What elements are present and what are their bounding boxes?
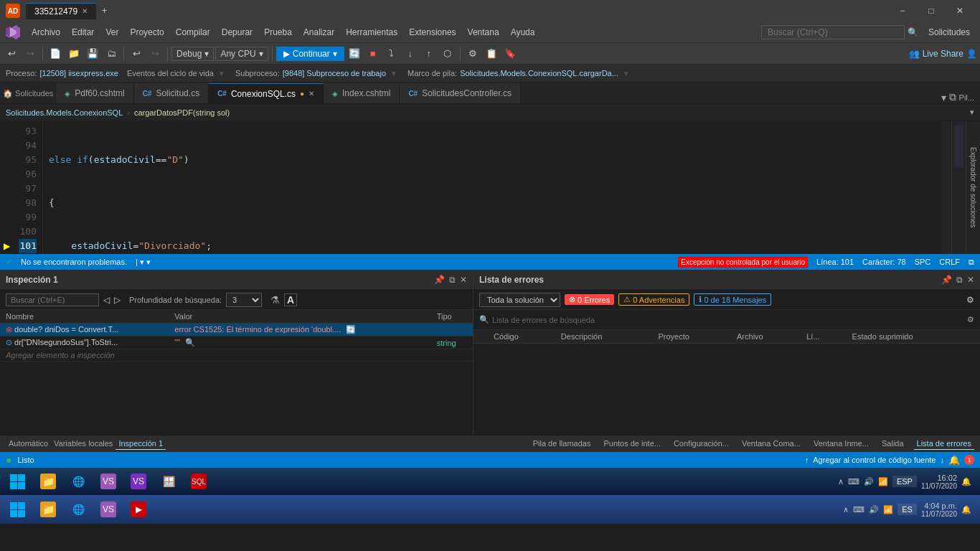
undo-btn[interactable]: ↩ xyxy=(128,45,145,62)
taskbar-chrome[interactable]: 🌐 xyxy=(65,469,92,494)
inspect-row-0[interactable]: ⊗ double? dniDos = Convert.T... error CS… xyxy=(0,324,473,336)
menu-proyecto[interactable]: Proyecto xyxy=(124,24,169,40)
taskbar2-vs[interactable]: VS xyxy=(95,497,122,522)
taskbar-arrow-up-icon[interactable]: ∧ xyxy=(838,477,844,486)
menu-prueba[interactable]: Prueba xyxy=(258,24,298,40)
filter-icon[interactable]: ⚗ xyxy=(270,294,280,306)
pin-icon-error[interactable]: 📌 xyxy=(941,275,952,285)
taskbar-vs2[interactable]: VS xyxy=(125,469,152,494)
error-badge[interactable]: ⊗ 0 Errores xyxy=(565,294,614,305)
taskbar2-folder[interactable]: 📁 xyxy=(34,497,62,522)
solution-explorer-toggle[interactable]: 🏠 Solicitudes xyxy=(0,83,56,103)
taskbar-vs[interactable]: VS xyxy=(95,469,122,494)
toolbar-extra3[interactable]: 🔖 xyxy=(501,45,519,62)
cpu-mode-dropdown[interactable]: Any CPU ▾ xyxy=(215,47,268,61)
tab-pdf60[interactable]: ◈ Pdf60.cshtml xyxy=(56,83,133,103)
tabs-chevron-down[interactable]: ▾ xyxy=(941,92,946,103)
add-inspect-label[interactable]: Agregar elemento a inspección xyxy=(0,349,473,362)
solution-explorer-panel[interactable]: Explorador de soluciones xyxy=(966,121,980,254)
step-out-btn[interactable]: ↑ xyxy=(420,45,438,62)
info-badge[interactable]: ℹ 0 de 18 Mensajes xyxy=(694,293,771,306)
breadcrumb-close[interactable]: ▾ xyxy=(970,108,974,117)
taskbar2-notif-btn[interactable]: 🔔 xyxy=(961,505,971,514)
btab-inspeccion[interactable]: Inspección 1 xyxy=(116,438,166,450)
menu-ventana[interactable]: Ventana xyxy=(462,24,505,40)
tab-index[interactable]: ◈ Index.cshtml xyxy=(324,83,400,103)
new-project-btn[interactable]: 📄 xyxy=(47,45,64,62)
taskbar2-arrow-up-icon[interactable]: ∧ xyxy=(843,505,849,514)
restart-btn[interactable]: 🔄 xyxy=(346,45,363,62)
tab-add-btn[interactable]: + xyxy=(96,3,113,19)
live-share-btn[interactable]: 👥 Live Share 👤 xyxy=(909,49,977,59)
btab-puntos[interactable]: Puntos de inte... xyxy=(600,438,664,450)
minimap[interactable] xyxy=(951,121,966,254)
menu-herramientas[interactable]: Herramientas xyxy=(340,24,403,40)
close-btn[interactable]: ✕ xyxy=(946,0,974,22)
step-in-btn[interactable]: ↓ xyxy=(402,45,419,62)
taskbar2-red[interactable]: ▶ xyxy=(125,497,152,522)
nav-back-btn[interactable]: ↩ xyxy=(3,45,20,62)
debug-mode-dropdown[interactable]: Debug ▾ xyxy=(171,47,214,61)
btab-pila[interactable]: Pila de llamadas xyxy=(530,438,594,450)
notif-icon[interactable]: 🔔 xyxy=(948,455,960,466)
btab-automatico[interactable]: Automático xyxy=(6,438,51,450)
btab-lista[interactable]: Lista de errores xyxy=(914,438,974,450)
pin-icon[interactable]: 📌 xyxy=(434,275,445,285)
tabs-collapse[interactable]: ⧉ xyxy=(949,91,956,103)
toolbar-extra2[interactable]: 📋 xyxy=(483,45,500,62)
solicitudes-btn[interactable]: Solicitudes xyxy=(921,24,977,40)
menu-editar[interactable]: Editar xyxy=(66,24,100,40)
continue-btn[interactable]: ▶ Continuar ▾ xyxy=(276,47,344,61)
btab-salida[interactable]: Salida xyxy=(879,438,907,450)
minimize-btn[interactable]: − xyxy=(888,0,917,22)
anydesk-tab[interactable]: 335212479 ✕ xyxy=(26,3,96,19)
breadcrumb-method[interactable]: cargarDatosPDF(string sol) xyxy=(134,108,230,117)
panel-close-icon[interactable]: ✕ xyxy=(460,275,467,285)
source-control-label[interactable]: Agregar al control de código fuente xyxy=(813,456,936,464)
save-all-btn[interactable]: 🗂 xyxy=(103,45,120,62)
code-content[interactable]: else if (estadoCivil == "D") { estadoCiv… xyxy=(43,121,941,254)
breadcrumb-namespace[interactable]: Solicitudes.Models.ConexionSQL xyxy=(6,108,123,117)
tab-conexionsql-close[interactable]: ✕ xyxy=(308,90,314,98)
taskbar-notif-btn[interactable]: 🔔 xyxy=(961,477,971,486)
tab-close-btn[interactable]: ✕ xyxy=(82,7,88,15)
maximize-btn[interactable]: □ xyxy=(917,0,946,22)
inspection-search-input[interactable] xyxy=(6,293,99,306)
editor-scrollbar-v[interactable] xyxy=(941,121,951,254)
menu-ayuda[interactable]: Ayuda xyxy=(505,24,541,40)
btab-config[interactable]: Configuración... xyxy=(671,438,732,450)
depth-select[interactable]: 3 1 2 4 5 xyxy=(226,293,262,307)
start-btn[interactable] xyxy=(3,468,32,494)
menu-analizar[interactable]: Analizar xyxy=(298,24,340,40)
panel-float-icon[interactable]: ⧉ xyxy=(449,275,456,285)
open-btn[interactable]: 📁 xyxy=(65,45,83,62)
inspect-add-row[interactable]: Agregar elemento a inspección xyxy=(0,349,473,362)
inspect-row-1[interactable]: ⊙ dr["DNIsegundoSus"].ToStri... "" 🔍 str… xyxy=(0,336,473,349)
error-search-bar[interactable]: 🔍 Lista de errores de búsqueda ⚙ xyxy=(473,310,980,330)
taskbar-sqlserver[interactable]: SQL xyxy=(185,469,212,494)
tab-solicitud[interactable]: C# Solicitud.cs xyxy=(134,83,209,103)
stop-btn[interactable]: ■ xyxy=(364,45,382,62)
save-btn[interactable]: 💾 xyxy=(84,45,101,62)
warn-badge[interactable]: ⚠ 0 Advertencias xyxy=(618,293,689,306)
menu-depurar[interactable]: Depurar xyxy=(216,24,258,40)
taskbar-windows[interactable]: 🪟 xyxy=(155,469,182,494)
taskbar2-lang-label[interactable]: ES xyxy=(897,504,917,515)
taskbar-folder[interactable]: 📁 xyxy=(34,469,62,494)
refresh-icon-0[interactable]: 🔄 xyxy=(346,325,356,334)
filter-extra-icon[interactable]: ⚙ xyxy=(966,295,974,305)
search-icon-1[interactable]: 🔍 xyxy=(185,338,195,347)
taskbar-lang-label[interactable]: ESP xyxy=(892,476,917,487)
error-search-filter-icon[interactable]: ⚙ xyxy=(967,315,974,324)
menu-ver[interactable]: Ver xyxy=(100,24,124,40)
type-icon[interactable]: A xyxy=(284,293,297,306)
btab-vinme[interactable]: Ventana Inme... xyxy=(811,438,872,450)
tab-conexionsql[interactable]: C# ConexionSQL.cs ● ✕ xyxy=(209,83,324,103)
menu-archivo[interactable]: Archivo xyxy=(26,24,66,40)
btab-variables[interactable]: Variables locales xyxy=(51,438,116,450)
search-input[interactable] xyxy=(761,25,905,39)
start2-btn[interactable] xyxy=(3,496,32,522)
taskbar2-chrome[interactable]: 🌐 xyxy=(65,497,92,522)
breakpoints-btn[interactable]: ⬡ xyxy=(439,45,456,62)
menu-extensiones[interactable]: Extensiones xyxy=(403,24,461,40)
